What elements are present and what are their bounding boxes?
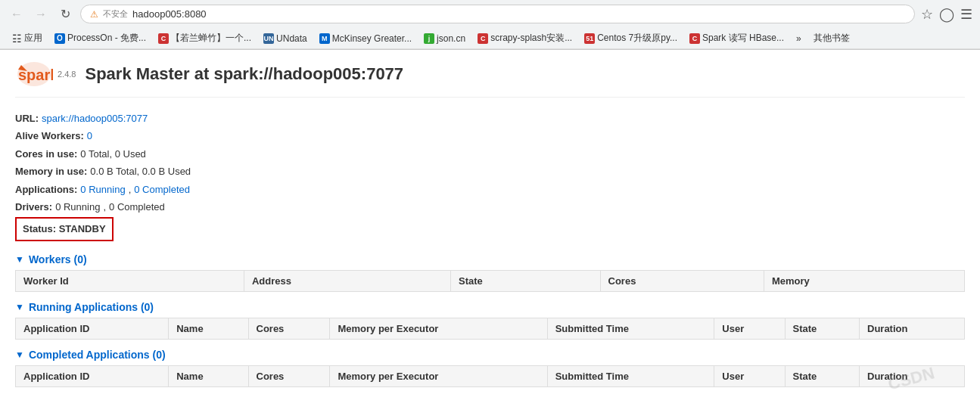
workers-col-address: Address [244, 270, 450, 291]
browser-toolbar: ← → ↻ ⚠ 不安全 hadoop005:8080 ☆ ◯ ☰ [0, 0, 980, 28]
forward-button[interactable]: → [32, 5, 50, 23]
bookmark-apps[interactable]: ☷ 应用 [8, 30, 47, 46]
workers-section-header: ▼ Workers (0) [15, 253, 965, 265]
status-value: STANDBY [59, 223, 106, 234]
workers-col-state: State [451, 270, 600, 291]
info-section: URL: spark://hadoop005:7077 Alive Worker… [15, 110, 965, 241]
bookmark-label: Spark 读写 HBase... [702, 32, 784, 45]
workers-col-cores: Cores [600, 270, 764, 291]
drivers-running: 0 Running [55, 198, 100, 216]
cores-in-use-row: Cores in use: 0 Total, 0 Used [15, 145, 965, 163]
completed-apps-section-header: ▼ Completed Applications (0) [15, 349, 965, 361]
alive-workers-label: Alive Workers: [15, 127, 84, 144]
cores-in-use-label: Cores in use: [15, 145, 77, 163]
bookmark-label: 其他书签 [814, 32, 850, 45]
alive-workers-value[interactable]: 0 [87, 127, 92, 144]
url-label: URL: [15, 110, 39, 127]
alive-workers-row: Alive Workers: 0 [15, 127, 965, 144]
bookmark-spark-hbase[interactable]: C Spark 读写 HBase... [685, 30, 789, 46]
not-secure-label: 不安全 [103, 8, 128, 20]
workers-toggle[interactable]: ▼ [15, 254, 24, 265]
running-col-memory: Memory per Executor [330, 318, 547, 339]
bookmark-undata[interactable]: UN UNdata [259, 32, 312, 45]
drivers-label: Drivers: [15, 198, 52, 216]
page-content: spark 2.4.8 Spark Master at spark://hado… [0, 50, 980, 402]
bookmark-label: scrapy-splash安装... [490, 32, 572, 45]
running-col-state: State [785, 318, 860, 339]
completed-col-cores: Cores [248, 365, 330, 386]
spark-logo-graphic: spark [15, 59, 53, 89]
running-apps-section-header: ▼ Running Applications (0) [15, 301, 965, 313]
bookmark-processon[interactable]: O ProcessOn - 免费... [50, 30, 151, 46]
completed-col-state: State [785, 365, 860, 386]
lock-icon: ⚠ [90, 9, 98, 20]
bookmark-label: ProcessOn - 免费... [67, 32, 146, 45]
cores-in-use-value: 0 Total, 0 Used [80, 145, 145, 163]
completed-apps-table: Application ID Name Cores Memory per Exe… [15, 365, 965, 387]
workers-title: Workers (0) [29, 253, 87, 265]
completed-apps-toggle[interactable]: ▼ [15, 349, 24, 360]
spark-logo: spark 2.4.8 [15, 59, 76, 89]
applications-row: Applications: 0 Running , 0 Completed [15, 181, 965, 198]
memory-in-use-row: Memory in use: 0.0 B Total, 0.0 B Used [15, 163, 965, 180]
completed-col-appid: Application ID [16, 365, 169, 386]
bookmark-ruolan[interactable]: C 【若兰蝉竹】一个... [154, 30, 256, 46]
bookmark-label: Centos 7升级原py... [597, 32, 677, 45]
running-col-user: User [714, 318, 785, 339]
star-icon[interactable]: ☆ [921, 6, 933, 23]
back-button[interactable]: ← [8, 5, 26, 23]
completed-col-name: Name [169, 365, 248, 386]
applications-separator: , [129, 181, 132, 198]
logo-version: 2.4.8 [58, 70, 76, 79]
completed-apps-title: Completed Applications (0) [29, 349, 166, 361]
bookmark-centos[interactable]: 51 Centos 7升级原py... [580, 30, 682, 46]
url-row: URL: spark://hadoop005:7077 [15, 110, 965, 127]
running-col-cores: Cores [248, 318, 330, 339]
bookmark-other[interactable]: 其他书签 [809, 30, 854, 46]
extensions-icon[interactable]: ☰ [960, 6, 972, 23]
bookmark-mckinsey[interactable]: M McKinsey Greater... [315, 32, 416, 45]
bookmark-scrapy[interactable]: C scrapy-splash安装... [473, 30, 577, 46]
drivers-completed: 0 Completed [109, 198, 165, 216]
running-apps-toggle[interactable]: ▼ [15, 302, 24, 312]
memory-in-use-value: 0.0 B Total, 0.0 B Used [90, 163, 191, 180]
page-title: Spark Master at spark://hadoop005:7077 [85, 64, 403, 84]
browser-right-icons: ☆ ◯ ☰ [921, 6, 972, 23]
completed-apps-header-row: Application ID Name Cores Memory per Exe… [16, 365, 965, 386]
page-header: spark 2.4.8 Spark Master at spark://hado… [15, 59, 965, 98]
running-apps-table: Application ID Name Cores Memory per Exe… [15, 318, 965, 340]
applications-label: Applications: [15, 181, 77, 198]
running-col-appid: Application ID [16, 318, 169, 339]
completed-col-user: User [714, 365, 785, 386]
completed-col-memory: Memory per Executor [330, 365, 547, 386]
memory-in-use-label: Memory in use: [15, 163, 87, 180]
running-col-submitted: Submitted Time [547, 318, 714, 339]
bookmark-more[interactable]: » [792, 32, 806, 45]
workers-col-memory: Memory [764, 270, 964, 291]
status-label: Status: [23, 223, 56, 234]
applications-completed[interactable]: 0 Completed [134, 181, 190, 198]
url-value[interactable]: spark://hadoop005:7077 [42, 110, 148, 127]
running-col-duration: Duration [860, 318, 965, 339]
bookmark-jsoncn[interactable]: j json.cn [419, 32, 470, 45]
bookmark-label: 【若兰蝉竹】一个... [171, 32, 251, 45]
bookmark-label: json.cn [437, 33, 465, 44]
workers-table: Worker Id Address State Cores Memory [15, 270, 965, 292]
workers-header-row: Worker Id Address State Cores Memory [16, 270, 965, 291]
applications-running[interactable]: 0 Running [80, 181, 125, 198]
address-bar[interactable]: ⚠ 不安全 hadoop005:8080 [80, 5, 915, 23]
bookmark-label: McKinsey Greater... [332, 33, 412, 44]
drivers-row: Drivers: 0 Running , 0 Completed [15, 198, 965, 216]
status-box: Status: STANDBY [15, 217, 114, 241]
chrome-icon[interactable]: ◯ [939, 6, 954, 23]
running-apps-title: Running Applications (0) [29, 301, 154, 313]
status-row: Status: STANDBY [15, 216, 965, 241]
more-icon: » [796, 33, 801, 44]
bookmarks-bar: ☷ 应用 O ProcessOn - 免费... C 【若兰蝉竹】一个... U… [0, 28, 980, 49]
completed-col-duration: Duration [860, 365, 965, 386]
refresh-button[interactable]: ↻ [56, 5, 74, 23]
bookmark-label: UNdata [276, 33, 307, 44]
workers-col-workerid: Worker Id [16, 270, 244, 291]
running-col-name: Name [169, 318, 248, 339]
browser-chrome: ← → ↻ ⚠ 不安全 hadoop005:8080 ☆ ◯ ☰ ☷ 应用 O … [0, 0, 980, 50]
